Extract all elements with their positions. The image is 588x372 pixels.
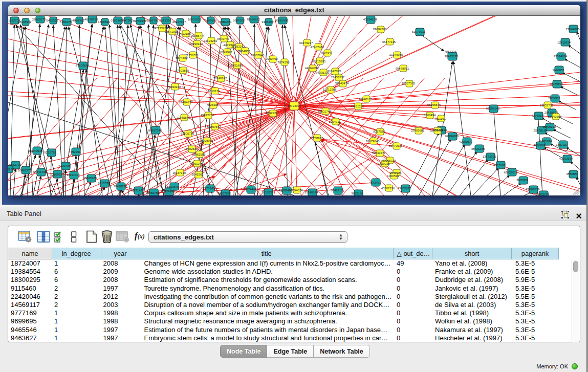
svg-text:8267586: 8267586 [373, 130, 385, 133]
svg-text:85149368: 85149368 [548, 115, 562, 118]
svg-text:28809570: 28809570 [32, 18, 46, 21]
svg-text:5045562: 5045562 [191, 173, 204, 176]
svg-text:45502296: 45502296 [381, 187, 395, 190]
svg-text:4873471: 4873471 [369, 181, 381, 184]
svg-text:4060883: 4060883 [533, 144, 546, 147]
svg-text:4190496: 4190496 [58, 164, 71, 167]
svg-text:21456232: 21456232 [331, 76, 345, 79]
svg-text:5430391: 5430391 [46, 19, 58, 22]
svg-text:16560494: 16560494 [422, 114, 436, 117]
svg-text:44064090: 44064090 [305, 67, 319, 70]
svg-text:1839335: 1839335 [378, 162, 390, 165]
svg-text:34123281: 34123281 [204, 39, 217, 42]
svg-text:43303654: 43303654 [559, 157, 573, 160]
svg-text:8692221: 8692221 [266, 112, 278, 115]
svg-text:6566701: 6566701 [146, 19, 159, 22]
svg-text:98478961: 98478961 [396, 67, 409, 70]
svg-text:66156545: 66156545 [427, 103, 441, 106]
svg-text:7874296: 7874296 [277, 61, 290, 64]
svg-text:35240824: 35240824 [304, 191, 318, 194]
svg-text:78820812: 78820812 [247, 18, 260, 21]
svg-text:43534624: 43534624 [363, 18, 377, 21]
svg-text:7857274: 7857274 [444, 50, 456, 53]
svg-text:53773515: 53773515 [389, 144, 403, 147]
svg-text:58842474: 58842474 [335, 82, 349, 85]
svg-text:1020539: 1020539 [387, 174, 399, 178]
svg-text:1640052: 1640052 [552, 69, 564, 72]
svg-text:35454948: 35454948 [161, 190, 175, 193]
svg-text:6025634: 6025634 [540, 140, 552, 143]
svg-text:85574443: 85574443 [243, 188, 257, 191]
svg-text:4896383: 4896383 [72, 19, 84, 22]
svg-text:64641708: 64641708 [33, 170, 47, 173]
svg-text:87603859: 87603859 [176, 69, 189, 72]
svg-text:2805982: 2805982 [548, 97, 560, 100]
svg-text:31931491: 31931491 [67, 173, 80, 177]
svg-text:27028951: 27028951 [200, 139, 213, 142]
svg-text:9136193: 9136193 [262, 20, 274, 24]
svg-text:16117240: 16117240 [172, 171, 186, 174]
svg-text:99737631: 99737631 [133, 19, 147, 23]
svg-text:99386774: 99386774 [191, 34, 205, 37]
svg-text:7464887: 7464887 [238, 50, 250, 53]
svg-text:47407482: 47407482 [311, 46, 324, 49]
svg-text:12411824: 12411824 [557, 41, 571, 44]
svg-text:49972787: 49972787 [201, 114, 214, 117]
svg-text:21249985: 21249985 [389, 53, 403, 56]
svg-text:46578713: 46578713 [84, 18, 98, 21]
svg-text:63605766: 63605766 [181, 132, 194, 135]
svg-text:8613171: 8613171 [208, 90, 220, 93]
svg-text:7182278: 7182278 [59, 20, 72, 24]
svg-text:62994680: 62994680 [445, 135, 459, 138]
svg-text:27849808: 27849808 [566, 28, 580, 31]
svg-text:87603669: 87603669 [76, 64, 90, 67]
svg-text:18702621: 18702621 [184, 147, 198, 150]
svg-text:38425135: 38425135 [445, 55, 459, 58]
svg-text:4586850: 4586850 [566, 172, 578, 176]
svg-text:74687234: 74687234 [218, 20, 232, 24]
svg-text:9232719: 9232719 [44, 151, 56, 154]
svg-text:3623166: 3623166 [351, 192, 363, 195]
svg-text:51712368: 51712368 [323, 88, 337, 91]
svg-text:8347382: 8347382 [121, 19, 133, 22]
svg-text:64990913: 64990913 [189, 42, 203, 46]
svg-text:7452991: 7452991 [69, 150, 81, 154]
svg-text:71093248: 71093248 [167, 85, 181, 89]
svg-text:1509839: 1509839 [98, 20, 110, 24]
svg-text:06562729: 06562729 [8, 163, 21, 166]
svg-text:69379237: 69379237 [299, 41, 313, 45]
svg-text:61595148: 61595148 [486, 107, 500, 110]
svg-text:3518233: 3518233 [262, 191, 274, 194]
svg-text:7111161: 7111161 [434, 117, 446, 120]
svg-text:98094024: 98094024 [289, 189, 303, 192]
svg-text:90916998: 90916998 [275, 19, 289, 22]
svg-text:7770143: 7770143 [203, 187, 215, 190]
svg-text:27484677: 27484677 [179, 101, 193, 104]
svg-text:5310033: 5310033 [50, 173, 62, 176]
svg-text:7917693: 7917693 [493, 164, 506, 167]
svg-text:20465375: 20465375 [18, 169, 32, 172]
svg-text:11671902: 11671902 [165, 30, 179, 33]
svg-text:2870831: 2870831 [516, 179, 529, 182]
svg-text:05865185: 05865185 [83, 177, 97, 180]
svg-text:51079911: 51079911 [412, 30, 426, 33]
svg-text:21047095: 21047095 [328, 70, 341, 73]
svg-text:94531473: 94531473 [130, 189, 144, 192]
svg-text:18367365: 18367365 [402, 82, 416, 85]
svg-text:39084700: 39084700 [373, 28, 387, 31]
svg-text:36713695: 36713695 [312, 60, 326, 63]
svg-text:7594647: 7594647 [320, 51, 333, 54]
svg-text:49651370: 49651370 [351, 105, 364, 108]
svg-text:70348247: 70348247 [213, 77, 227, 80]
svg-text:85931746: 85931746 [318, 110, 332, 113]
svg-text:15869232: 15869232 [542, 125, 556, 128]
svg-text:10801326: 10801326 [188, 18, 202, 21]
svg-text:27889579: 27889579 [526, 188, 540, 191]
svg-text:28498776: 28498776 [114, 185, 127, 188]
svg-text:17758917: 17758917 [310, 137, 323, 140]
svg-text:38721489: 38721489 [471, 147, 485, 150]
svg-text:34957885: 34957885 [217, 192, 231, 195]
svg-text:19065940: 19065940 [251, 54, 265, 57]
svg-text:8313678: 8313678 [167, 185, 179, 188]
svg-text:78091343: 78091343 [189, 162, 203, 165]
